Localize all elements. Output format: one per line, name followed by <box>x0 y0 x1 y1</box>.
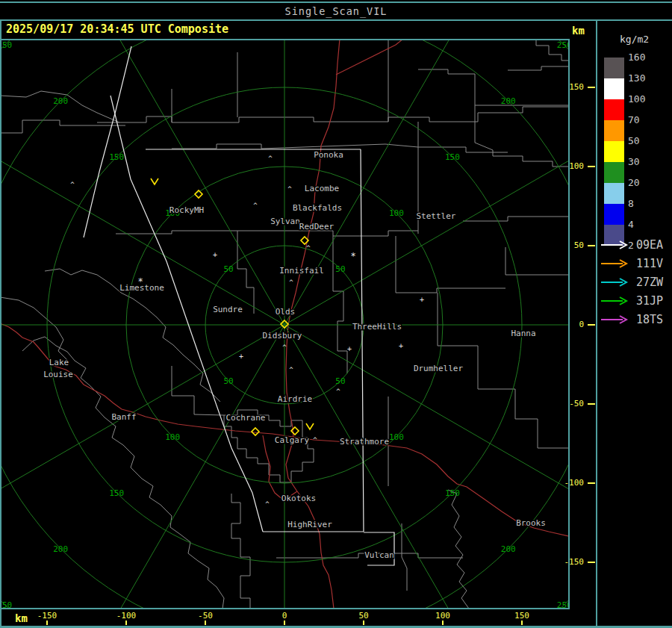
radar-arrow-icon <box>600 240 630 250</box>
radar-id-label: 09EA <box>636 238 663 252</box>
color-scale-value: 4 <box>628 219 658 231</box>
city-label: Strathmore <box>340 437 389 447</box>
color-scale-swatch <box>604 78 624 99</box>
color-scale-value: 130 <box>628 72 658 84</box>
bottom-axis-tick-label: 150 <box>507 612 537 621</box>
azimuth-spoke <box>284 40 494 325</box>
ring-label: 250 <box>1 40 12 50</box>
map-bottom-border <box>0 608 570 609</box>
ring-label: 200 <box>501 96 516 106</box>
city-label: Vulcan <box>364 550 394 560</box>
radar-id-label: 18TS <box>636 313 663 326</box>
ring-label: 100 <box>389 432 404 442</box>
ring-label: 100 <box>165 432 180 442</box>
azimuth-spoke <box>75 325 284 608</box>
ring-label: 200 <box>501 544 516 554</box>
bottom-axis-tick-label: -150 <box>32 612 62 621</box>
caret-marker: ^ <box>70 181 75 188</box>
city-labels: PonokaLacombeBlackfaldsSylvanRedDeerStet… <box>43 150 546 560</box>
caret-marker: ^ <box>265 500 270 508</box>
radar-id-label: 31JP <box>636 294 663 308</box>
city-label: Sylvan <box>270 217 300 226</box>
plus-marker: + <box>239 352 243 361</box>
city-label: Banff <box>111 412 136 422</box>
plus-marker: + <box>347 345 352 353</box>
azimuth-spoke <box>284 325 568 534</box>
legend-unit-label: kg/m2 <box>620 34 649 45</box>
city-label: Ponoka <box>314 150 343 160</box>
radar-legend-row: 18TS <box>600 311 663 329</box>
ring-label: 100 <box>389 208 404 218</box>
right-axis-tick <box>588 403 595 405</box>
radar-arrow-icon <box>600 277 630 287</box>
caret-marker: ^ <box>289 279 293 286</box>
color-scale-value: 20 <box>628 177 658 189</box>
caret-marker: ^ <box>306 244 311 252</box>
color-scale-swatch <box>604 99 624 120</box>
right-axis-tick <box>588 324 595 326</box>
color-scale-swatch <box>604 204 624 225</box>
city-label: Innisfail <box>279 266 324 276</box>
radar-legend-row: 27ZW <box>600 273 663 291</box>
frame-titlebar-bottom-line <box>0 19 672 21</box>
radar-legend-row: 09EA <box>600 236 663 254</box>
ring-label: 150 <box>445 488 460 498</box>
bottom-axis-tick <box>284 621 285 625</box>
radar-legend-row: 31JP <box>600 292 663 310</box>
star-marker: * <box>137 276 143 287</box>
radar-site-marker <box>252 428 259 435</box>
color-scale-swatch <box>604 162 624 183</box>
city-label: Lacombe <box>305 184 339 193</box>
storm-arrow-marker <box>151 178 158 184</box>
ring-label: 50 <box>335 264 345 274</box>
city-label: Hanna <box>511 329 535 338</box>
ring-label: 200 <box>53 96 68 106</box>
right-axis-tick <box>588 245 595 246</box>
ring-label: 250 <box>1 600 12 608</box>
color-scale-value: 8 <box>628 198 658 210</box>
city-label: Drumheller <box>414 364 464 373</box>
ring-label: 50 <box>335 376 345 386</box>
ring-label: 150 <box>109 488 124 498</box>
bottom-axis-tick <box>205 621 206 625</box>
color-scale-swatch <box>604 57 624 78</box>
bottom-axis-unit-label: km <box>15 612 28 624</box>
ring-label: 150 <box>109 152 124 162</box>
color-scale-swatch <box>604 120 624 141</box>
window-title: Single_Scan_VIL <box>0 5 672 17</box>
city-label: Stettler <box>417 211 456 221</box>
caret-marker: ^ <box>313 436 317 444</box>
bottom-axis-tick-label: 0 <box>270 612 299 621</box>
city-label: Airdrie <box>278 394 312 404</box>
city-label: RedDeer <box>299 222 335 231</box>
plus-marker: + <box>399 342 403 350</box>
city-label: ThreeHills <box>352 322 402 332</box>
radar-legend-row: 111V <box>600 255 663 273</box>
caret-marker: ^ <box>287 185 292 193</box>
bottom-axis-tick-label: 100 <box>428 612 458 621</box>
frame-top-line <box>0 1 672 3</box>
city-label: Blackfalds <box>293 203 342 213</box>
color-scale-value: 50 <box>628 135 658 147</box>
city-label: Didsbury <box>263 331 302 341</box>
star-marker: * <box>350 251 355 261</box>
azimuth-spoke <box>1 116 284 325</box>
color-scale-value: 30 <box>628 156 658 168</box>
radar-id-label: 27ZW <box>636 276 663 289</box>
ring-label: 150 <box>445 152 460 162</box>
city-label: Olds <box>276 307 296 317</box>
city-label: Calgary <box>275 435 310 445</box>
bottom-axis-tick <box>46 621 48 625</box>
radar-app-window: Single_Scan_VIL 2025/09/17 20:34:45 UTC … <box>0 0 672 628</box>
caret-marker: ^ <box>336 388 340 395</box>
city-label: Louise <box>43 370 73 379</box>
ring-label: 250 <box>557 600 568 608</box>
right-axis-tick <box>588 166 595 167</box>
radar-arrow-icon <box>600 296 630 306</box>
city-label: Okotoks <box>281 494 316 503</box>
azimuth-spoke <box>75 40 284 325</box>
ring-label: 200 <box>53 544 68 554</box>
radar-map-canvas[interactable]: 5050505010010010010015015015015020020020… <box>1 40 568 608</box>
ring-label: 50 <box>223 264 233 274</box>
right-axis-unit-label: km <box>572 25 585 37</box>
